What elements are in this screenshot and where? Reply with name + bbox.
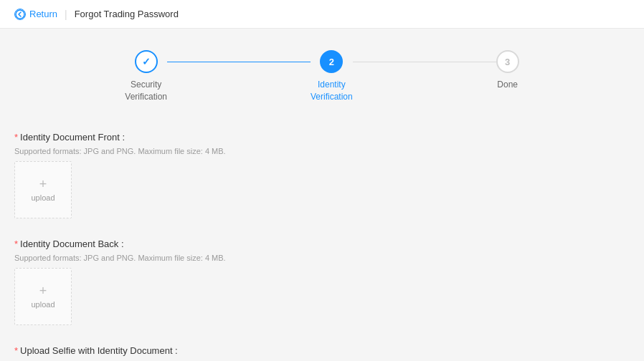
identity-back-label-text: Identity Document Back : bbox=[20, 239, 124, 249]
identity-back-section: * Identity Document Back : Supported for… bbox=[14, 239, 630, 325]
identity-back-hint: Supported formats: JPG and PNG. Maximum … bbox=[14, 254, 630, 262]
identity-front-hint: Supported formats: JPG and PNG. Maximum … bbox=[14, 147, 630, 155]
required-star-3: * bbox=[14, 345, 18, 356]
step-1-circle: ✓ bbox=[135, 50, 158, 73]
identity-front-label-text: Identity Document Front : bbox=[20, 132, 125, 143]
identity-back-upload[interactable]: + upload bbox=[14, 268, 72, 325]
step-3-number: 3 bbox=[505, 57, 510, 67]
required-star-2: * bbox=[14, 239, 18, 249]
step-2-number: 2 bbox=[329, 57, 334, 67]
selfie-label: * Upload Selfie with Identity Document : bbox=[14, 345, 630, 356]
header-divider: | bbox=[65, 9, 67, 20]
upload-plus-icon-2: + bbox=[39, 284, 47, 297]
identity-front-hint-text: Supported formats: JPG and PNG. Maximum … bbox=[14, 147, 226, 155]
required-star-1: * bbox=[14, 132, 18, 143]
page-title: Forgot Trading Password bbox=[75, 9, 179, 19]
return-link[interactable]: Return bbox=[14, 9, 57, 20]
header: Return | Forgot Trading Password bbox=[0, 0, 644, 29]
selfie-section: * Upload Selfie with Identity Document :… bbox=[14, 345, 630, 361]
step-1: ✓ SecurityVerification bbox=[125, 50, 167, 103]
form: * Identity Document Front : Supported fo… bbox=[14, 132, 630, 361]
return-label: Return bbox=[29, 9, 57, 19]
selfie-label-text: Upload Selfie with Identity Document : bbox=[20, 345, 178, 356]
connector-2-3 bbox=[353, 62, 496, 62]
identity-front-section: * Identity Document Front : Supported fo… bbox=[14, 132, 630, 218]
connector-1-2 bbox=[167, 62, 311, 62]
identity-front-upload[interactable]: + upload bbox=[14, 161, 72, 218]
step-3: 3 Done bbox=[496, 50, 519, 91]
step-3-circle: 3 bbox=[496, 50, 519, 73]
upload-text-2: upload bbox=[31, 300, 55, 309]
step-2-circle: 2 bbox=[320, 50, 343, 73]
step-1-checkmark: ✓ bbox=[142, 56, 151, 67]
step-2-label: IdentityVerification bbox=[311, 79, 353, 103]
identity-back-hint-text: Supported formats: JPG and PNG. Maximum … bbox=[14, 254, 226, 262]
stepper: ✓ SecurityVerification 2 IdentityVerific… bbox=[14, 50, 630, 103]
identity-back-label: * Identity Document Back : bbox=[14, 239, 630, 249]
step-1-label: SecurityVerification bbox=[125, 79, 167, 103]
upload-text-1: upload bbox=[31, 193, 55, 202]
upload-plus-icon-1: + bbox=[39, 178, 47, 191]
step-2: 2 IdentityVerification bbox=[311, 50, 353, 103]
identity-front-label: * Identity Document Front : bbox=[14, 132, 630, 143]
return-icon bbox=[14, 9, 26, 20]
svg-point-0 bbox=[16, 10, 24, 19]
step-3-label: Done bbox=[497, 79, 518, 91]
main-content: ✓ SecurityVerification 2 IdentityVerific… bbox=[0, 29, 644, 361]
